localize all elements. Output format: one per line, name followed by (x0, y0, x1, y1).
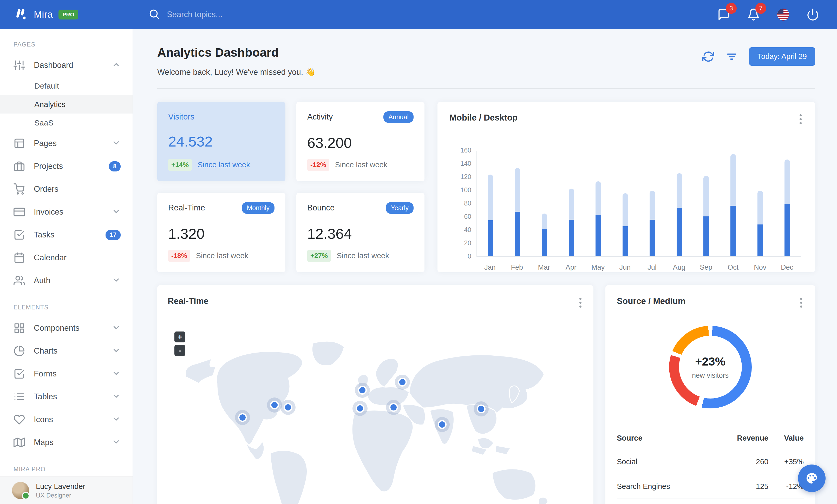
sidebar-subitem-default[interactable]: Default (0, 77, 132, 95)
sign-out-button[interactable] (805, 7, 820, 22)
count-badge: 17 (106, 230, 121, 240)
sidebar-item-icons[interactable]: Icons (0, 408, 132, 431)
sidebar-user[interactable]: Lucy Lavender UX Designer (0, 477, 132, 504)
source-menu-kebab-icon[interactable] (799, 296, 804, 309)
bar-segment-mobile (569, 220, 574, 256)
map-marker-9[interactable] (474, 402, 489, 416)
donut-center: +23% new visitors (679, 336, 742, 398)
bar-jan (477, 151, 504, 256)
calendar-icon (14, 252, 25, 263)
map-marker-5[interactable] (353, 401, 368, 416)
sidebar-subitem-analytics[interactable]: Analytics (0, 95, 132, 114)
theme-settings-fab[interactable] (798, 465, 825, 492)
language-button[interactable] (776, 7, 791, 22)
sidebar-item-auth[interactable]: Auth (0, 269, 132, 292)
map-marker-8[interactable] (434, 417, 450, 432)
sidebar-item-calendar[interactable]: Calendar (0, 246, 132, 269)
stat-period-badge[interactable]: Monthly (242, 202, 274, 214)
bar-segment-mobile (623, 226, 628, 256)
map-zoom-out-button[interactable]: - (174, 345, 185, 356)
sidebar-item-charts[interactable]: Charts (0, 339, 132, 362)
source-row-search-engines: Search Engines125-12% (617, 474, 804, 499)
sidebar-item-orders[interactable]: Orders (0, 178, 132, 201)
stat-title: Activity (307, 112, 333, 122)
sidebar-item-tasks[interactable]: Tasks17 (0, 223, 132, 246)
stat-delta-chip: +27% (307, 250, 331, 262)
marker-dot-icon (477, 405, 485, 413)
source-value: +35% (768, 450, 804, 474)
chart-title: Mobile / Desktop (449, 113, 518, 123)
y-axis-tick: 80 (464, 200, 471, 207)
sidebar-item-forms[interactable]: Forms (0, 362, 132, 385)
sidebar-item-components[interactable]: Components (0, 317, 132, 339)
source-medium-card: Source / Medium +23% new visitors Source… (605, 285, 815, 504)
source-medium-title: Source / Medium (617, 296, 685, 306)
marker-dot-icon (358, 386, 367, 395)
messages-button[interactable]: 3 (716, 7, 731, 22)
map-marker-2[interactable] (267, 397, 282, 413)
source-col-source: Source (617, 429, 712, 450)
donut-ring: +23% new visitors (669, 326, 752, 408)
map-zoom-in-button[interactable]: + (174, 332, 185, 342)
sidebar-item-dashboard[interactable]: Dashboard (0, 54, 132, 77)
mira-logo-icon (15, 7, 28, 22)
bar-segment-desktop (730, 154, 736, 206)
sidebar-subitem-saas[interactable]: SaaS (0, 114, 132, 132)
brand[interactable]: Mira PRO (0, 7, 133, 22)
y-axis-tick: 20 (464, 239, 471, 247)
map-marker-7[interactable] (386, 400, 401, 415)
bar-segment-desktop (542, 213, 547, 229)
stat-period-badge[interactable]: Annual (384, 111, 413, 123)
map-marker-3[interactable] (281, 400, 296, 415)
chevron-down-icon (112, 276, 121, 285)
stat-value: 24.532 (168, 133, 274, 150)
mobile-desktop-chart-card: Mobile / Desktop 020406080100120140160 J… (438, 102, 815, 272)
map-zoom-controls: + - (174, 332, 185, 356)
welcome-message: Welcome back, Lucy! We've missed you. 👋 (157, 67, 316, 77)
x-axis-label: Oct (719, 263, 747, 272)
stat-caption: Since last week (335, 161, 388, 169)
filter-button[interactable] (726, 51, 738, 62)
date-range-button[interactable]: Today: April 29 (749, 47, 815, 66)
bar-segment-desktop (515, 168, 520, 212)
stat-value: 63.200 (307, 134, 413, 151)
map-marker-1[interactable] (235, 410, 250, 425)
bar-chart: 020406080100120140160 JanFebMarAprMayJun… (477, 151, 801, 272)
bar-segment-mobile (730, 206, 736, 256)
avatar (12, 482, 29, 499)
header-divider (157, 88, 815, 89)
source-row-social: Social260+35% (617, 450, 804, 474)
bar-segment-mobile (704, 217, 709, 256)
y-axis-tick: 0 (468, 253, 471, 260)
source-revenue: 164 (712, 499, 769, 504)
chevron-up-icon (112, 60, 121, 70)
bar-segment-desktop (677, 173, 682, 208)
bar-segment-desktop (595, 181, 601, 215)
sidebar-item-projects[interactable]: Projects8 (0, 155, 132, 178)
stat-period-badge[interactable]: Yearly (386, 202, 413, 214)
layout-icon (14, 138, 25, 149)
sidebar-item-invoices[interactable]: Invoices (0, 201, 132, 223)
notifications-button[interactable]: 7 (746, 7, 761, 22)
map-marker-4[interactable] (355, 383, 370, 398)
stat-card-bounce: BounceYearly12.364+27%Since last week (296, 193, 425, 272)
refresh-button[interactable] (702, 51, 714, 62)
navbar-search (148, 8, 716, 21)
stat-card-real-time: Real-TimeMonthly1.320-18%Since last week (157, 193, 285, 272)
source-col-value: Value (768, 429, 804, 450)
credit-card-icon (14, 206, 25, 218)
chart-menu-kebab-icon[interactable] (798, 113, 803, 126)
search-icon[interactable] (148, 8, 160, 21)
sidebar-item-maps[interactable]: Maps (0, 431, 132, 454)
stat-card-visitors: Visitors24.532+14%Since last week (157, 102, 285, 181)
sidebar-item-pages[interactable]: Pages (0, 132, 132, 155)
bar-segment-desktop (704, 176, 709, 217)
map-menu-kebab-icon[interactable] (578, 296, 583, 309)
map-marker-6[interactable] (395, 375, 410, 390)
marker-dot-icon (270, 400, 279, 409)
power-icon (806, 8, 819, 21)
sidebar-item-tables[interactable]: Tables (0, 385, 132, 408)
search-input[interactable] (167, 10, 349, 19)
stat-title: Bounce (307, 203, 335, 212)
bar-segment-desktop (649, 191, 655, 220)
